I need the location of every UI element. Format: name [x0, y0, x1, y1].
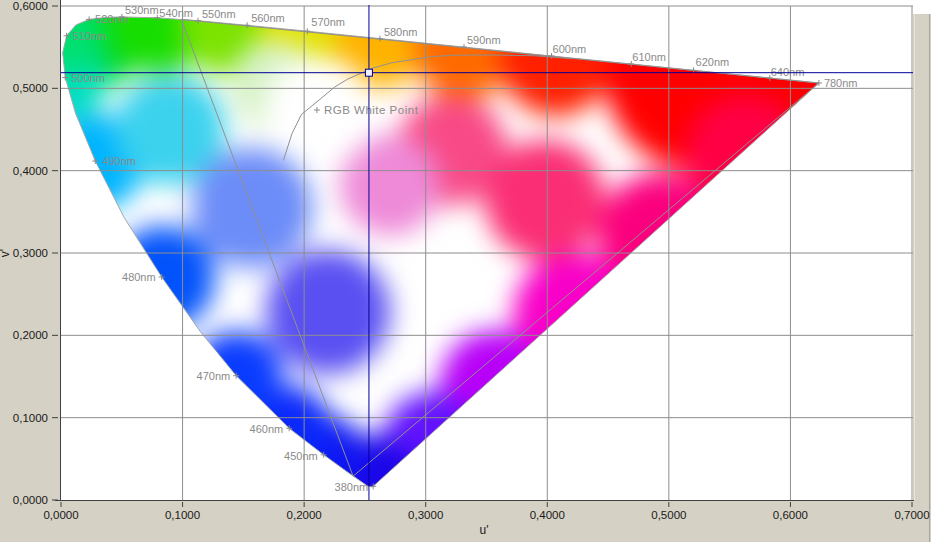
- wavelength-label: 640nm: [771, 66, 805, 78]
- application-window: 0,00000,10000,20000,30000,40000,50000,60…: [0, 0, 931, 542]
- x-tick-label: 0,2000: [287, 509, 322, 521]
- wavelength-label: 450nm: [284, 450, 318, 462]
- cie-uv-chromaticity-chart: 0,00000,10000,20000,30000,40000,50000,60…: [0, 0, 931, 542]
- y-tick-label: 0,0000: [13, 494, 48, 506]
- wavelength-label: 380nm: [335, 481, 369, 493]
- corner-notch: [913, 0, 931, 14]
- y-tick-label: 0,1000: [13, 412, 48, 424]
- x-tick-label: 0,7000: [894, 509, 929, 521]
- rgb-white-point: RGB White Point: [314, 104, 419, 116]
- y-tick-label: 0,3000: [13, 247, 48, 259]
- crosshair-square-marker[interactable]: [365, 69, 372, 76]
- x-tick-label: 0,1000: [165, 509, 200, 521]
- wavelength-label: 550nm: [202, 8, 236, 20]
- wavelength-label: 490nm: [102, 155, 136, 167]
- wavelength-label: 610nm: [632, 51, 666, 63]
- wavelength-label: 500nm: [71, 72, 105, 84]
- x-axis-title: u': [480, 523, 489, 537]
- wavelength-label: 570nm: [311, 16, 345, 28]
- white-point-label: RGB White Point: [324, 104, 419, 116]
- wavelength-label: 560nm: [251, 12, 285, 24]
- y-tick-label: 0,6000: [13, 0, 48, 12]
- wavelength-label: 540nm: [159, 7, 193, 19]
- x-tick-label: 0,5000: [651, 509, 686, 521]
- wavelength-label: 520nm: [95, 13, 129, 25]
- wavelength-label: 590nm: [467, 34, 501, 46]
- wavelength-label: 530nm: [125, 4, 159, 16]
- x-tick-label: 0,4000: [530, 509, 565, 521]
- wavelength-label: 600nm: [553, 43, 587, 55]
- y-tick-label: 0,4000: [13, 165, 48, 177]
- x-tick-label: 0,6000: [773, 509, 808, 521]
- wavelength-label: 780nm: [824, 77, 858, 89]
- wavelength-label: 510nm: [73, 30, 107, 42]
- wavelength-label: 480nm: [122, 271, 156, 283]
- y-tick-label: 0,5000: [13, 82, 48, 94]
- x-tick-label: 0,3000: [408, 509, 443, 521]
- y-axis-title: v': [0, 249, 12, 257]
- wavelength-label: 470nm: [197, 370, 231, 382]
- x-tick-label: 0,0000: [43, 509, 78, 521]
- wavelength-label: 620nm: [696, 56, 730, 68]
- wavelength-label: 460nm: [250, 423, 284, 435]
- wavelength-label: 580nm: [384, 26, 418, 38]
- y-tick-label: 0,2000: [13, 329, 48, 341]
